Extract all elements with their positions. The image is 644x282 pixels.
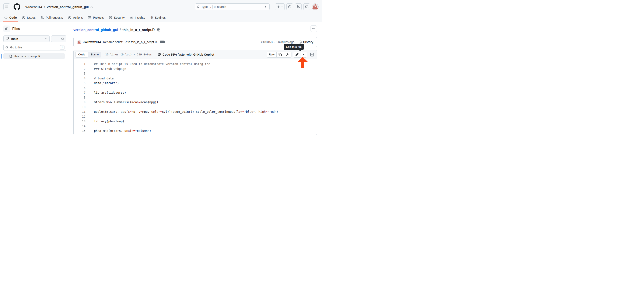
code-line: 6 (74, 86, 317, 91)
github-logo[interactable] (14, 4, 20, 10)
search-placeholder-prefix: Type (201, 5, 208, 9)
global-nav-menu-button[interactable] (4, 4, 10, 10)
user-avatar[interactable] (312, 4, 318, 10)
global-pull-requests-button[interactable] (295, 4, 302, 10)
code-line: 8 (74, 95, 317, 100)
tab-code[interactable]: Code (2, 14, 18, 22)
code-lines: 1## This R script is used to demonstrate… (74, 59, 317, 133)
file-actions-kebab-button[interactable] (310, 26, 317, 32)
history-button[interactable]: History (298, 40, 313, 44)
commit-author-avatar[interactable] (77, 40, 81, 44)
commit-message-link[interactable]: Rename script1.R to this_is_a_r_script.R (103, 40, 157, 44)
collapse-file-tree-button[interactable] (4, 26, 10, 32)
line-number[interactable]: 5 (74, 81, 86, 86)
tab-security[interactable]: Security (107, 14, 126, 22)
line-number[interactable]: 1 (74, 62, 86, 67)
search-this-repo-button[interactable] (59, 36, 66, 42)
code-line: 2### Github webpage (74, 67, 317, 71)
line-number[interactable]: 11 (74, 109, 86, 114)
copilot-icon (158, 53, 161, 56)
search-icon (197, 5, 200, 9)
tab-issues[interactable]: Issues (20, 14, 37, 22)
line-number[interactable]: 6 (74, 86, 86, 91)
file-tree-item[interactable]: this_is_a_r_script.R (4, 53, 65, 59)
symbols-panel-button[interactable] (310, 53, 314, 57)
repo-nav: Code Issues Pull requests Actions Projec… (0, 14, 322, 22)
create-new-button[interactable] (275, 4, 285, 10)
go-to-file-box: t (4, 44, 66, 51)
tab-insights[interactable]: Insights (128, 14, 146, 22)
tab-projects[interactable]: Projects (86, 14, 106, 22)
raw-copy-download-group: Raw (267, 52, 292, 58)
download-icon (286, 53, 289, 56)
git-pull-request-icon (296, 5, 300, 9)
file-icon (9, 55, 12, 58)
edit-tooltip: Edit this file (284, 44, 304, 50)
line-content (86, 114, 94, 119)
triangle-down-icon (303, 54, 305, 56)
copy-icon (278, 53, 282, 56)
tab-pull-requests[interactable]: Pull requests (39, 14, 64, 22)
github-repo-file-page: JWrows2014 / version_control_github_gui … (0, 0, 322, 141)
copilot-banner[interactable]: Code 55% faster with GitHub Copilot (158, 53, 214, 56)
tab-actions[interactable]: Actions (66, 14, 84, 22)
main-content: version_control_github_gui / this_is_a_r… (70, 22, 322, 141)
line-number[interactable]: 10 (74, 105, 86, 110)
tab-code-view[interactable]: Code (75, 52, 88, 58)
code-line: 14 (74, 124, 317, 129)
line-number[interactable]: 12 (74, 114, 86, 119)
raw-button[interactable]: Raw (267, 52, 276, 57)
edit-file-button[interactable] (293, 52, 300, 57)
history-clock-icon (298, 40, 302, 44)
line-number[interactable]: 4 (74, 76, 86, 81)
tab-blame-view[interactable]: Blame (88, 52, 102, 58)
line-number[interactable]: 15 (74, 128, 86, 133)
line-number[interactable]: 7 (74, 90, 86, 95)
file-content-panel: Code Blame 15 lines (9 loc) · 329 Bytes … (74, 50, 317, 135)
line-content: mtcars %>% summarise(mean=mean(mpg)) (86, 100, 158, 105)
global-issues-button[interactable] (286, 4, 293, 10)
copy-icon (157, 28, 160, 32)
chevron-down-icon (281, 6, 283, 8)
inbox-icon (305, 5, 308, 9)
copy-path-button[interactable] (157, 28, 160, 32)
line-number[interactable]: 9 (74, 100, 86, 105)
branch-selector[interactable]: main (4, 36, 50, 42)
repo-name-link[interactable]: version_control_github_gui (47, 5, 89, 9)
code-line: 5data("mtcars") (74, 81, 317, 86)
plus-icon (277, 5, 280, 9)
identicon-avatar-icon (312, 4, 318, 10)
line-content: # load data (86, 76, 114, 81)
chevron-down-icon (45, 38, 47, 40)
add-file-button[interactable] (51, 36, 59, 42)
line-number[interactable]: 2 (74, 67, 86, 71)
commit-description-toggle[interactable] (160, 41, 164, 43)
files-sidebar: Files main (0, 22, 70, 141)
commit-sha-link[interactable]: e433153 (261, 40, 273, 44)
repo-owner-link[interactable]: JWrows2014 (24, 5, 42, 9)
inbox-button[interactable] (303, 4, 310, 10)
code-line: 12 (74, 114, 317, 119)
code-line: 3 (74, 71, 317, 76)
commit-author-link[interactable]: JWrows2014 (83, 40, 101, 44)
code-line: 1## This R script is used to demonstrate… (74, 62, 317, 67)
line-content (86, 71, 94, 76)
search-placeholder-suffix: to search (214, 5, 226, 9)
line-content: data("mtcars") (86, 81, 119, 86)
global-search-input[interactable]: Type / to search (195, 4, 270, 10)
command-palette-icon[interactable] (264, 5, 268, 9)
line-number[interactable]: 13 (74, 119, 86, 124)
line-number[interactable]: 3 (74, 71, 86, 76)
breadcrumb-repo-link[interactable]: version_control_github_gui (74, 28, 118, 32)
code-line: 4# load data (74, 76, 317, 81)
play-icon (68, 16, 71, 19)
line-number[interactable]: 14 (74, 124, 86, 129)
search-icon (61, 37, 64, 41)
line-number[interactable]: 8 (74, 95, 86, 100)
download-button[interactable] (284, 52, 291, 57)
edit-dropdown-button[interactable] (300, 52, 307, 57)
copy-file-button[interactable] (276, 52, 284, 57)
tab-settings[interactable]: ⚙ Settings (148, 14, 167, 22)
go-to-file-input[interactable] (10, 46, 58, 49)
pencil-icon (295, 53, 299, 56)
